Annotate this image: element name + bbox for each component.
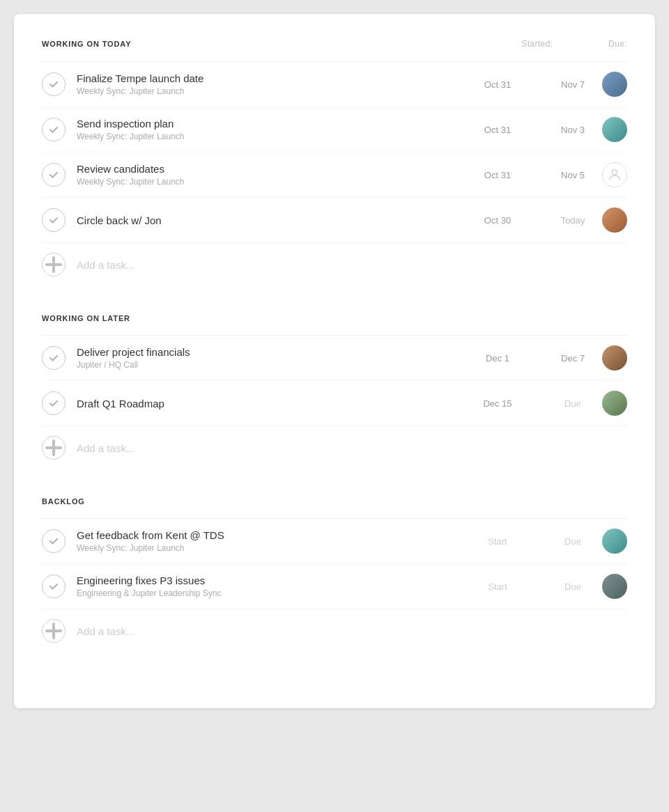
- task-name: Send inspection plan: [77, 118, 450, 130]
- task-dates: StartDue: [450, 581, 590, 592]
- add-task-label: Add a task...: [77, 259, 134, 271]
- task-row: Engineering fixes P3 issuesEngineering &…: [42, 564, 627, 609]
- add-task-row[interactable]: Add a task...: [42, 609, 627, 653]
- task-complete-button[interactable]: [42, 118, 66, 141]
- task-content: Deliver project financialsJupiter / HQ C…: [77, 346, 450, 370]
- task-name: Finalize Tempe launch date: [77, 72, 450, 84]
- add-task-button[interactable]: [42, 619, 66, 643]
- task-dates: Oct 31Nov 5: [450, 170, 590, 180]
- task-start-date: Start: [481, 536, 514, 547]
- task-content: Draft Q1 Roadmap: [77, 398, 450, 409]
- add-task-row[interactable]: Add a task...: [42, 426, 627, 469]
- task-due-date: Dec 7: [556, 353, 590, 364]
- task-content: Review candidatesWeekly Sync: Jupiter La…: [77, 163, 450, 187]
- col-started: Started:: [521, 39, 553, 49]
- task-project-link[interactable]: Weekly Sync: Jupiter Launch: [77, 177, 185, 187]
- avatar: [602, 72, 627, 97]
- avatar: [602, 345, 627, 370]
- task-due-date: Due: [556, 581, 590, 592]
- task-complete-button[interactable]: [42, 346, 66, 370]
- task-name: Get feedback from Kent @ TDS: [77, 529, 450, 541]
- task-start-date: Oct 31: [481, 170, 514, 180]
- task-dates: Oct 31Nov 3: [450, 125, 590, 135]
- task-project-link[interactable]: Engineering & Jupiter Leadership Sync: [77, 588, 221, 598]
- avatar-placeholder: [602, 162, 627, 187]
- task-list: Deliver project financialsJupiter / HQ C…: [42, 336, 627, 469]
- task-start-date: Oct 31: [481, 125, 514, 135]
- task-row: Circle back w/ JonOct 30Today: [42, 198, 627, 243]
- section-title: WORKING ON TODAY: [42, 40, 131, 48]
- task-due-date: Today: [556, 215, 590, 226]
- task-complete-button[interactable]: [42, 163, 66, 187]
- task-project-link[interactable]: Weekly Sync: Jupiter Launch: [77, 132, 185, 141]
- task-due-date: Nov 5: [556, 170, 590, 180]
- task-due-date: Due: [556, 398, 590, 409]
- task-start-date: Dec 1: [481, 353, 514, 364]
- section-title: BACKLOG: [42, 497, 85, 506]
- task-complete-button[interactable]: [42, 391, 66, 415]
- task-project-link[interactable]: Jupiter / HQ Call: [77, 360, 138, 370]
- task-content: Get feedback from Kent @ TDSWeekly Sync:…: [77, 529, 450, 554]
- task-name: Engineering fixes P3 issues: [77, 575, 450, 586]
- section-working-later: WORKING ON LATER Deliver project financi…: [42, 314, 627, 469]
- task-row: Deliver project financialsJupiter / HQ C…: [42, 336, 627, 381]
- avatar: [602, 529, 627, 554]
- section-backlog: BACKLOG Get feedback from Kent @ TDSWeek…: [42, 497, 627, 653]
- task-start-date: Oct 31: [481, 79, 514, 90]
- avatar: [602, 391, 627, 416]
- task-dates: Oct 30Today: [450, 215, 590, 226]
- add-task-button[interactable]: [42, 436, 66, 460]
- task-list: Finalize Tempe launch dateWeekly Sync: J…: [42, 62, 627, 286]
- task-dates: Dec 15Due: [450, 398, 590, 409]
- task-dates: StartDue: [450, 536, 590, 547]
- section-header: WORKING ON LATER: [42, 314, 627, 322]
- avatar: [602, 117, 627, 142]
- add-task-button[interactable]: [42, 253, 66, 276]
- main-card: WORKING ON TODAYStarted:Due: Finalize Te…: [14, 14, 655, 708]
- task-row: Finalize Tempe launch dateWeekly Sync: J…: [42, 62, 627, 107]
- col-due: Due:: [608, 39, 627, 49]
- task-row: Review candidatesWeekly Sync: Jupiter La…: [42, 153, 627, 198]
- task-dates: Dec 1Dec 7: [450, 353, 590, 364]
- section-header: BACKLOG: [42, 497, 627, 506]
- add-task-label: Add a task...: [77, 625, 134, 637]
- task-name: Review candidates: [77, 163, 450, 175]
- task-due-date: Due: [556, 536, 590, 547]
- task-project-link[interactable]: Weekly Sync: Jupiter Launch: [77, 543, 185, 553]
- task-content: Finalize Tempe launch dateWeekly Sync: J…: [77, 72, 450, 97]
- task-row: Draft Q1 RoadmapDec 15Due: [42, 381, 627, 426]
- column-headers: Started:Due:: [521, 39, 627, 49]
- task-list: Get feedback from Kent @ TDSWeekly Sync:…: [42, 519, 627, 653]
- section-header: WORKING ON TODAYStarted:Due:: [42, 39, 627, 49]
- task-project-link[interactable]: Weekly Sync: Jupiter Launch: [77, 86, 185, 96]
- task-start-date: Dec 15: [481, 398, 514, 409]
- task-complete-button[interactable]: [42, 575, 66, 598]
- task-content: Send inspection planWeekly Sync: Jupiter…: [77, 118, 450, 142]
- task-complete-button[interactable]: [42, 72, 66, 96]
- avatar: [602, 574, 627, 599]
- task-row: Get feedback from Kent @ TDSWeekly Sync:…: [42, 519, 627, 564]
- task-name: Circle back w/ Jon: [77, 214, 450, 226]
- task-content: Engineering fixes P3 issuesEngineering &…: [77, 575, 450, 599]
- section-title: WORKING ON LATER: [42, 314, 130, 322]
- task-due-date: Nov 3: [556, 125, 590, 135]
- task-row: Send inspection planWeekly Sync: Jupiter…: [42, 107, 627, 153]
- task-dates: Oct 31Nov 7: [450, 79, 590, 90]
- task-start-date: Start: [481, 581, 514, 592]
- task-complete-button[interactable]: [42, 529, 66, 553]
- add-task-label: Add a task...: [77, 442, 134, 454]
- add-task-row[interactable]: Add a task...: [42, 243, 627, 286]
- task-content: Circle back w/ Jon: [77, 214, 450, 226]
- section-working-today: WORKING ON TODAYStarted:Due: Finalize Te…: [42, 39, 627, 286]
- avatar: [602, 208, 627, 233]
- task-name: Deliver project financials: [77, 346, 450, 358]
- task-name: Draft Q1 Roadmap: [77, 398, 450, 409]
- task-due-date: Nov 7: [556, 79, 590, 90]
- svg-point-0: [612, 170, 617, 175]
- task-start-date: Oct 30: [481, 215, 514, 226]
- task-complete-button[interactable]: [42, 208, 66, 232]
